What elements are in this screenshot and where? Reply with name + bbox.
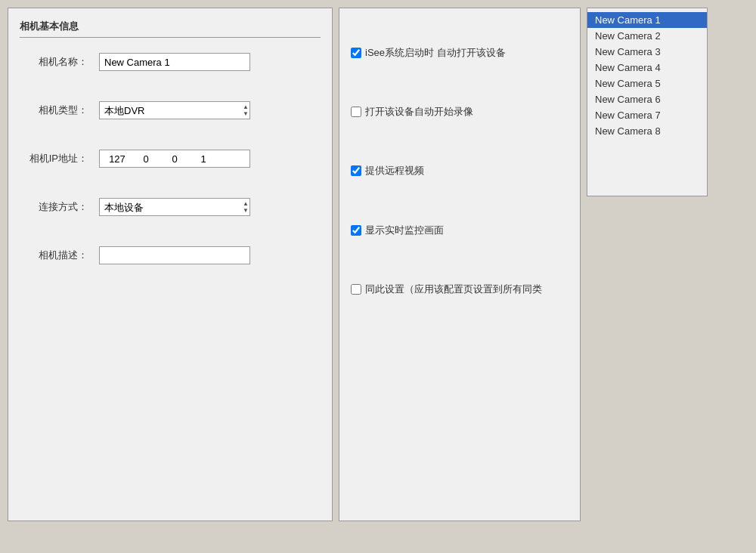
auto-open-checkbox[interactable] — [351, 48, 361, 58]
auto-record-checkbox[interactable] — [351, 107, 361, 117]
middle-panel: iSee系统启动时 自动打开该设备 打开该设备自动开始录像 提供远程视频 显示实… — [339, 8, 581, 521]
camera-list-item-4[interactable]: New Camera 4 — [587, 60, 707, 76]
checkbox-group-2: 打开该设备自动开始录像 — [351, 101, 569, 119]
camera-list-item-6[interactable]: New Camera 6 — [587, 91, 707, 107]
ip-segment-3[interactable] — [160, 153, 189, 165]
camera-name-input[interactable] — [99, 53, 250, 71]
remote-video-checkbox[interactable] — [351, 165, 361, 176]
camera-list-item-7[interactable]: New Camera 7 — [587, 107, 707, 123]
camera-type-select-wrapper: 本地DVR IP摄像机 网络DVR ▲ ▼ — [99, 101, 250, 119]
camera-type-label: 相机类型： — [20, 103, 88, 117]
camera-list-item-2[interactable]: New Camera 2 — [587, 28, 707, 44]
camera-ip-label: 相机IP地址： — [20, 152, 88, 165]
ip-segment-1[interactable] — [103, 153, 132, 165]
checkbox-group-1: iSee系统启动时 自动打开该设备 — [351, 42, 569, 60]
camera-list-item-5[interactable]: New Camera 5 — [587, 76, 707, 91]
camera-desc-input[interactable] — [99, 246, 250, 264]
camera-list-item-1[interactable]: New Camera 1 — [587, 12, 707, 28]
camera-desc-group: 相机描述： — [20, 246, 321, 264]
ip-segment-2[interactable] — [132, 153, 160, 165]
connect-type-group: 连接方式： 本地设备 网络连接 ▲ ▼ — [20, 198, 321, 216]
camera-desc-label: 相机描述： — [20, 249, 88, 262]
panel-title: 相机基本信息 — [20, 20, 321, 38]
auto-record-label: 打开该设备自动开始录像 — [365, 105, 473, 119]
checkbox-group-3: 提供远程视频 — [351, 160, 569, 178]
realtime-monitor-label: 显示实时监控画面 — [365, 224, 444, 237]
checkbox-group-5: 同此设置（应用该配置页设置到所有同类 — [351, 279, 569, 296]
camera-name-label: 相机名称： — [20, 55, 88, 69]
checkbox-group-4: 显示实时监控画面 — [351, 220, 569, 237]
camera-type-group: 相机类型： 本地DVR IP摄像机 网络DVR ▲ ▼ — [20, 101, 321, 119]
auto-open-label: iSee系统启动时 自动打开该设备 — [365, 46, 506, 60]
camera-ip-group: 相机IP地址： — [20, 150, 321, 168]
sync-settings-checkbox[interactable] — [351, 284, 361, 295]
right-panel: New Camera 1 New Camera 2 New Camera 3 N… — [587, 8, 708, 196]
connect-type-label: 连接方式： — [20, 200, 88, 214]
left-panel: 相机基本信息 相机名称： 相机类型： 本地DVR IP摄像机 网络DVR ▲ ▼… — [8, 8, 333, 521]
connect-type-select-wrapper: 本地设备 网络连接 ▲ ▼ — [99, 198, 250, 216]
ip-input-group — [99, 150, 250, 168]
remote-video-label: 提供远程视频 — [365, 164, 424, 178]
camera-name-group: 相机名称： — [20, 53, 321, 71]
camera-type-select[interactable]: 本地DVR IP摄像机 网络DVR — [99, 101, 250, 119]
camera-list-item-3[interactable]: New Camera 3 — [587, 44, 707, 60]
realtime-monitor-checkbox[interactable] — [351, 225, 361, 236]
connect-type-select[interactable]: 本地设备 网络连接 — [99, 198, 250, 216]
ip-segment-4[interactable] — [189, 153, 218, 165]
sync-settings-label: 同此设置（应用该配置页设置到所有同类 — [365, 283, 542, 296]
camera-list-item-8[interactable]: New Camera 8 — [587, 123, 707, 139]
